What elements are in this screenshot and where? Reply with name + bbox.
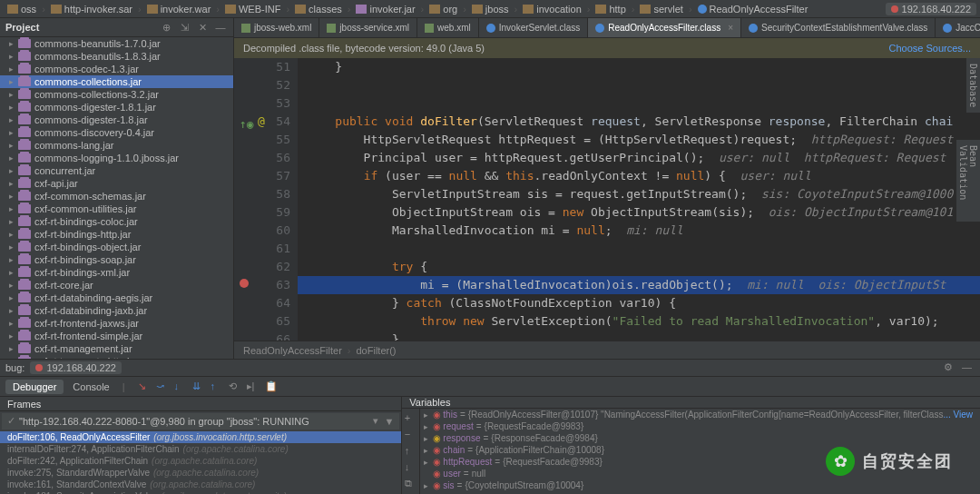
tab-console[interactable]: Console [65,380,116,394]
breadcrumb-segment[interactable]: invocation [519,4,585,15]
gutter-line[interactable]: 58 [234,185,290,203]
breadcrumb-segment[interactable]: WEB-INF [221,4,284,15]
expand-arrow-icon[interactable]: ▸ [9,141,18,150]
stack-frame[interactable]: doFilter:242, ApplicationFilterChain(org… [0,455,401,467]
step-over-icon[interactable]: ⤻ [156,380,169,393]
expand-arrow-icon[interactable]: ▸ [424,410,433,420]
gutter-line[interactable]: 60 [234,222,290,240]
expand-arrow-icon[interactable]: ▸ [9,128,18,137]
step-out-icon[interactable]: ↑ [211,380,223,393]
stack-frame[interactable]: invoke:275, StandardWrapperValve(org.apa… [0,467,401,479]
tree-item[interactable]: ▸commons-codec-1.3.jar [0,63,233,75]
code-line[interactable]: HttpServletRequest httpRequest = (HttpSe… [298,131,980,149]
code-line[interactable]: } catch (ClassNotFoundException var10) { [298,294,980,312]
view-link[interactable]: ... View [943,410,976,420]
expand-arrow-icon[interactable]: ▸ [9,90,18,99]
run-to-cursor-icon[interactable]: ▸| [247,380,260,393]
breadcrumb-segment[interactable]: invoker.jar [352,4,418,15]
choose-sources-link[interactable]: Choose Sources... [889,43,972,54]
duplicate-icon[interactable]: ⧉ [405,478,417,490]
tree-item[interactable]: ▸commons-digester-1.8.jar [0,114,233,126]
expand-arrow-icon[interactable]: ▸ [9,242,18,252]
expand-arrow-icon[interactable]: ▸ [9,331,18,341]
breadcrumb-segment[interactable]: invoker.war [143,4,215,15]
tab-debugger[interactable]: Debugger [5,380,64,394]
variable-row[interactable]: ▸◉httpRequest={RequestFacade@9983} [420,456,980,468]
code-line[interactable]: } [298,58,980,76]
run-config-selector[interactable]: 192.168.40.222 [886,3,976,15]
stack-frame[interactable]: doFilter:106, ReadOnlyAccessFilter(org.j… [0,431,401,443]
expand-arrow-icon[interactable]: ▸ [9,64,18,74]
close-tab-icon[interactable]: × [728,23,733,33]
tree-item[interactable]: ▸cxf-rt-bindings-soap.jar [0,253,233,266]
debug-session-label[interactable]: 192.168.40.222 [30,361,121,374]
expand-arrow-icon[interactable]: ▸ [9,344,18,353]
tree-item[interactable]: ▸commons-collections-3.2.jar [0,88,233,101]
crumb-method[interactable]: doFilter() [357,345,397,356]
gutter-line[interactable]: 51 [234,58,290,76]
expand-arrow-icon[interactable]: ▸ [9,52,18,61]
expand-arrow-icon[interactable]: ▸ [9,255,18,264]
tree-item[interactable]: ▸cxf-rt-bindings-object.jar [0,241,233,253]
code-line[interactable]: } [298,331,980,341]
code-line[interactable]: if (user == null && this.readOnlyContext… [298,167,980,185]
expand-arrow-icon[interactable]: ▸ [9,217,18,226]
gutter-line[interactable]: 55 [234,131,290,149]
breadcrumb-segment[interactable]: servlet [636,4,686,15]
expand-arrow-icon[interactable]: ▸ [9,166,18,175]
code-line[interactable]: public void doFilter(ServletRequest requ… [298,113,980,131]
expand-arrow-icon[interactable]: ▸ [424,434,433,443]
expand-arrow-icon[interactable]: ▸ [9,230,18,239]
stack-frame[interactable]: invoke:161, StandardContextValve(org.apa… [0,479,401,490]
breakpoint-icon[interactable] [240,279,249,288]
expand-arrow-icon[interactable]: ▸ [9,153,18,163]
tree-item[interactable]: ▸commons-beanutils-1.8.3.jar [0,50,233,63]
expand-arrow-icon[interactable]: ▸ [9,204,18,213]
expand-arrow-icon[interactable]: ▸ [9,39,18,48]
override-icon[interactable]: ↑◉ [240,115,250,126]
new-watch-icon[interactable]: + [405,412,417,425]
expand-arrow-icon[interactable]: ▸ [9,268,18,277]
gutter-line[interactable]: 53 [234,94,290,113]
editor-tab[interactable]: SecurityContextEstablishmentValve.class [741,18,936,37]
tree-item[interactable]: ▸commons-digester-1.8.1.jar [0,101,233,114]
breadcrumb-segment[interactable]: org [426,4,461,15]
tree-item[interactable]: ▸cxf-rt-bindings-http.jar [0,228,233,241]
tree-item[interactable]: ▸commons-beanutils-1.7.0.jar [0,37,233,50]
expand-arrow-icon[interactable]: ▸ [9,115,18,124]
expand-arrow-icon[interactable]: ▸ [424,481,433,490]
code-content[interactable]: } public void doFilter(ServletRequest re… [298,58,980,341]
move-down-icon[interactable]: ↓ [405,461,417,474]
breadcrumb-segment[interactable]: ReadOnlyAccessFilter [694,4,812,15]
breadcrumb-segment[interactable]: jboss [468,4,513,15]
bean-validation-tool-window[interactable]: Bean Validation [956,140,980,222]
variable-row[interactable]: ◉user=null [420,468,980,479]
editor-tab[interactable]: InvokerServlet.class [479,18,588,37]
code-line[interactable]: ObjectInputStream ois = new ObjectInputS… [298,203,980,222]
expand-arrow-icon[interactable]: ▸ [9,281,18,290]
force-step-into-icon[interactable]: ⇊ [192,380,205,393]
drop-frame-icon[interactable]: ⟲ [229,380,241,393]
tree-item[interactable]: ▸commons-discovery-0.4.jar [0,126,233,139]
code-line[interactable]: throw new ServletException("Failed to re… [298,312,980,331]
tree-item[interactable]: ▸cxf-rt-management.jar [0,342,233,355]
gutter-line[interactable]: 62 [234,258,290,276]
tree-item[interactable]: ▸cxf-rt-databinding-aegis.jar [0,291,233,304]
expand-arrow-icon[interactable]: ▸ [9,77,18,86]
tree-item[interactable]: ▸cxf-rt-frontend-simple.jar [0,330,233,342]
gutter-line[interactable]: 66 [234,331,290,341]
gutter-line[interactable]: 64 [234,294,290,312]
variable-row[interactable]: ▸◉request={RequestFacade@9983} [420,420,980,432]
expand-arrow-icon[interactable]: ▸ [9,192,18,201]
code-gutter[interactable]: 515253↑◉@54555657585960616263646566 [234,58,298,341]
variable-row[interactable]: ▸◉chain={ApplicationFilterChain@10008} [420,444,980,456]
tree-item[interactable]: ▸concurrent.jar [0,164,233,177]
gutter-line[interactable]: 63 [234,276,290,294]
step-into-icon[interactable]: ↓ [174,380,187,393]
collapse-icon[interactable]: ⇲ [177,20,191,35]
editor-tab[interactable]: JaccCont [936,18,980,37]
expand-arrow-icon[interactable]: ▸ [9,306,18,315]
move-up-icon[interactable]: ↑ [405,445,417,458]
expand-arrow-icon[interactable]: ▸ [9,103,18,112]
code-line[interactable]: MarshalledInvocation mi = null; mi: null [298,222,980,240]
